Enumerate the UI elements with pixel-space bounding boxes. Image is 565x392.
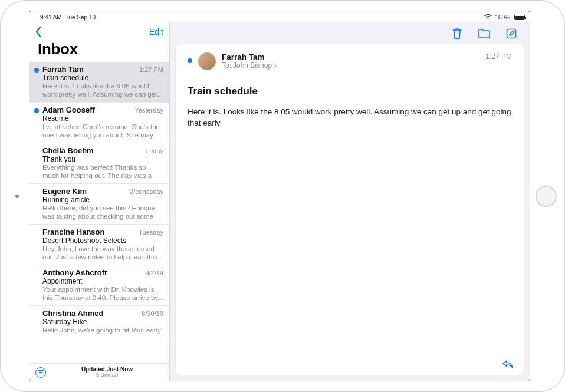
message-subject: Appointment	[42, 277, 163, 285]
unread-dot-icon	[34, 68, 39, 73]
message-card: Farrah Tam To: John Bishop 1:27 PM Tra	[176, 44, 524, 375]
message-sender: Francine Hanson	[42, 228, 104, 236]
battery-icon	[513, 15, 525, 20]
to-recipient: John Bishop	[233, 61, 272, 70]
status-time: 9:41 AM	[40, 14, 62, 21]
status-bar: 9:41 AM Tue Sep 10 100%	[29, 11, 530, 22]
message-subject: Saturday Hike	[42, 318, 163, 326]
chevron-right-icon	[274, 63, 277, 68]
message-subject: Thank you	[42, 155, 163, 163]
filter-icon[interactable]	[35, 367, 46, 378]
message-time: Tuesday	[139, 229, 163, 236]
camera-dot	[15, 195, 19, 198]
message-subject: Running article	[42, 196, 163, 204]
message-subject: Train schedule	[188, 85, 512, 97]
back-button[interactable]	[33, 26, 42, 38]
message-preview: Hey John, Love the way these turned out.…	[42, 245, 163, 261]
message-time: 1:27 PM	[139, 66, 163, 73]
message-item[interactable]: Anthony Ashcroft9/2/19AppointmentYour ap…	[29, 265, 169, 306]
message-time: 8/30/19	[142, 310, 163, 317]
mailbox-title: Inbox	[29, 38, 169, 62]
message-item[interactable]: Christina Ahmed8/30/19Saturday HikeHello…	[29, 306, 169, 338]
message-subject: Train schedule	[42, 74, 163, 82]
message-sender: Adam Gooseff	[42, 106, 95, 114]
message-item[interactable]: Francine HansonTuesdayDesert Photoshoot …	[29, 225, 169, 265]
message-preview: Hello there, did you see this? Enrique w…	[42, 204, 163, 220]
message-subject: Desert Photoshoot Selects	[42, 236, 163, 245]
unread-dot-icon	[34, 108, 39, 113]
footer-unread-count: 5 Unread	[51, 373, 163, 378]
message-list[interactable]: Farrah Tam1:27 PMTrain scheduleHere it i…	[29, 62, 169, 363]
home-button[interactable]	[536, 186, 557, 207]
message-sender: Christina Ahmed	[42, 309, 104, 318]
message-sender: Anthony Ashcroft	[42, 268, 107, 277]
message-item[interactable]: Adam GooseffYesterdayResumeI've attached…	[29, 103, 169, 143]
message-item[interactable]: Farrah Tam1:27 PMTrain scheduleHere it i…	[29, 62, 169, 103]
edit-button[interactable]: Edit	[149, 27, 163, 37]
sidebar-footer: Updated Just Now 5 Unread	[29, 363, 169, 381]
message-time: Yesterday	[134, 107, 163, 114]
message-time: Friday	[145, 147, 163, 154]
detail-pane: Farrah Tam To: John Bishop 1:27 PM Tra	[170, 22, 530, 381]
message-subject: Resume	[42, 114, 163, 123]
status-date: Tue Sep 10	[65, 14, 96, 21]
compose-button[interactable]	[505, 27, 518, 40]
message-sender: Farrah Tam	[42, 65, 84, 74]
to-label: To:	[222, 61, 231, 70]
sender-avatar[interactable]	[198, 52, 216, 70]
message-preview: I've attached Carol's resume. She's the …	[42, 123, 163, 139]
message-time: 9/2/19	[145, 269, 163, 276]
toolbar	[170, 22, 530, 43]
ipad-device-frame: 9:41 AM Tue Sep 10 100% Ed	[0, 0, 565, 392]
wifi-icon	[484, 14, 492, 20]
message-time: Wednesday	[129, 188, 163, 195]
trash-button[interactable]	[451, 27, 464, 40]
message-preview: Your appointment with Dr. Knowles is thi…	[42, 285, 163, 302]
message-preview: Everything was perfect! Thanks so much f…	[42, 163, 163, 180]
reply-button[interactable]	[501, 358, 514, 369]
message-preview: Hello John, we're going to hit Muir earl…	[42, 326, 163, 334]
battery-pct: 100%	[495, 14, 510, 21]
to-line[interactable]: To: John Bishop	[222, 61, 479, 70]
message-time: 1:27 PM	[485, 52, 512, 61]
message-sender: Eugene Kim	[42, 187, 87, 196]
svg-rect-0	[507, 29, 516, 38]
from-name[interactable]: Farrah Tam	[222, 52, 479, 61]
message-item[interactable]: Chella BoehmFridayThank youEverything wa…	[29, 143, 169, 184]
message-preview: Here it is. Looks like the 8:05 would wo…	[42, 82, 163, 98]
unread-dot-icon	[188, 58, 192, 63]
message-item[interactable]: Eugene KimWednesdayRunning articleHello …	[29, 184, 169, 225]
move-folder-button[interactable]	[478, 27, 491, 40]
message-sender: Chella Boehm	[42, 146, 94, 155]
screen: 9:41 AM Tue Sep 10 100% Ed	[29, 11, 530, 381]
mail-app: Edit Inbox Farrah Tam1:27 PMTrain schedu…	[29, 22, 530, 381]
message-body: Here it is. Looks like the 8:05 would wo…	[188, 107, 512, 129]
sidebar: Edit Inbox Farrah Tam1:27 PMTrain schedu…	[29, 22, 170, 381]
